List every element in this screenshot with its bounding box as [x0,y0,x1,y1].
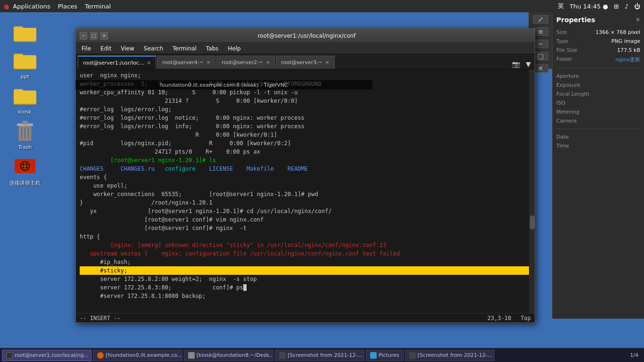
prop-camera: Camera [556,118,640,124]
new-tab-icon[interactable]: 📷 [510,60,522,68]
desktop-icon-ppt[interactable]: ppt [4,49,46,80]
ppt-label: ppt [21,74,29,80]
term-line-iphash: #ip_hash; [80,258,531,266]
tab-server3[interactable]: root@server3:~ ✕ [276,56,334,69]
menu-terminal[interactable]: Terminal [169,44,200,53]
prop-filesize: File Size 177.5 kB [556,47,640,53]
expand-icon-button[interactable]: ⤢ [533,15,548,24]
tab-server4-close[interactable]: ✕ [206,60,210,65]
restore-icon-button[interactable]: □ [533,52,548,60]
top-bar-right: 英 Thu 14:45 ● ⊞ ♪ ⏻ [558,2,640,10]
prop-camera-label: Camera [556,118,577,124]
prop-folder-value[interactable]: nginx更新 [616,56,641,63]
menu-edit[interactable]: Edit [97,44,115,53]
prop-size: Size 644 × 362 pixel [556,29,640,35]
term-line-4: 21314 ? S 0:00 [kworker/0:0] [80,97,531,105]
close-icon-button[interactable]: ✕ [533,64,548,73]
term-line-5: #error_log logs/error.log; [80,105,531,114]
clock: Thu 14:45 ● [570,3,608,10]
prop-type: Type PNG image [556,38,640,44]
power-icon[interactable]: ⏻ [634,3,640,10]
term-line-nginxt: [root@server1 conf]# nginx -t [80,224,531,232]
terminal-titlebar: ─ □ ✕ root@server1:/usr/local/nginx/conf [76,29,535,43]
tab-server4[interactable]: root@server4:~ ✕ [157,56,215,69]
taskbar-item-pictures[interactable]: Pictures [366,350,404,361]
taskbar-pictures-label: Pictures [379,352,399,358]
maximize-button[interactable]: □ [90,32,98,40]
minimize-icon-button[interactable]: ─ [533,40,548,48]
svg-rect-2 [14,28,36,41]
places-label: Places [58,3,77,10]
prop-type-value: PNG image [611,38,640,44]
tab-server2-close[interactable]: ✕ [266,60,270,65]
prop-aperture-label: Aperture [556,73,579,79]
menu-view[interactable]: View [117,44,138,53]
term-line-vim: [root@server1 conf]# vim nginx.conf [80,215,531,224]
terminal-menu[interactable]: Terminal [85,3,111,10]
tab-server3-label: root@server3:~ [281,59,322,66]
term-line-upstream: upstream westos { nginx: configuration f… [80,249,531,258]
desktop: ppt kiosk Trash [0,12,64,356]
term-line-events: events { [80,173,531,181]
term-line-http: http { [80,232,531,241]
term-line-epoll: use epoll; [80,181,531,190]
tab-server1-close[interactable]: ✕ [147,60,151,66]
top-bar: ● Applications Places Terminal 英 Thu 14:… [0,0,644,12]
prop-date: Date [556,134,640,140]
menu-search[interactable]: Search [140,44,167,53]
terminal-label: Terminal [85,3,111,10]
terminal-content[interactable]: user nginx nginx; worker_processes 2; ? … [76,69,535,313]
desktop-icon-kiosk[interactable]: kiosk [4,84,46,115]
places-menu[interactable]: Places [58,3,77,10]
minimize-button[interactable]: ─ [80,32,87,40]
menu-file[interactable]: File [78,44,95,53]
prop-aperture: Aperture [556,73,640,79]
taskbar-item-screenshot1[interactable]: [Screenshot from 2021-12-... [275,350,364,361]
menu-icon-button[interactable]: ≡ [533,27,548,36]
taskbar-files-icon [188,352,195,359]
prop-focal: Focal Length [556,91,640,97]
tab-server2[interactable]: root@server2:~ ✕ [216,56,275,69]
vnc-text: foundation0.ilt.example.com:8 (kiosk) - … [160,82,288,88]
tab-dropdown-icon[interactable]: ▼ [524,60,533,68]
taskbar-item-firefox[interactable]: [foundation0.ilt.example.co... [93,350,182,361]
menu-help[interactable]: Help [224,44,244,53]
tab-server4-label: root@server4:~ [162,59,204,66]
properties-close[interactable]: ✕ [636,16,640,23]
prop-metering-label: Metering [556,109,579,115]
prop-time-label: Time [556,143,569,149]
tab-server2-label: root@server2:~ [222,59,263,66]
language-indicator: 英 [558,2,564,10]
taskbar-files-label: [kiosk@foundation8:~/Desk... [197,352,273,358]
desktop-icon-connect[interactable]: ⊗ 连接讲师主机 [4,155,46,187]
term-line-emerg: [nginx: [emerg] unknown directive "stick… [80,241,531,249]
term-line-10: 24717 pts/0 R+ 0:00 ps ax [80,148,531,156]
taskbar-screenshot2-icon [409,352,416,359]
desktop-icon-folder-top[interactable] [4,22,46,44]
tab-server3-close[interactable]: ✕ [325,60,329,65]
term-line-close: } /root/nginx-1.20.1 [80,198,531,207]
term-line-6: #error_log logs/error.log notice; 0:00 n… [80,114,531,122]
terminal-window: ─ □ ✕ root@server1:/usr/local/nginx/conf… [75,28,535,323]
terminal-scrollbar[interactable] [529,69,535,313]
terminal-title: root@server1:/usr/local/nginx/conf [108,33,505,39]
applications-menu[interactable]: ● Applications [4,3,50,10]
kiosk-label: kiosk [18,109,32,115]
tab-server1[interactable]: root@server1:/usr/loc... ✕ [78,56,156,69]
taskbar-item-files[interactable]: [kiosk@foundation8:~/Desk... [184,350,273,361]
window-controls: ─ □ ✕ [80,32,108,40]
terminal-scroll-thumb[interactable] [530,215,535,230]
taskbar-item-screenshot2[interactable]: [Screenshot from 2021-12-... [405,350,495,361]
close-button[interactable]: ✕ [100,32,108,40]
terminal-statusbar: -- INSERT -- 23,3-10 Top [76,313,535,322]
desktop-icon-trash[interactable]: Trash [4,120,46,150]
taskbar-terminal-icon [6,352,13,359]
svg-rect-5 [14,55,36,68]
menu-tabs[interactable]: Tabs [202,44,223,53]
taskbar-pictures-icon [370,352,377,359]
volume-icon: ♪ [625,3,628,10]
top-bar-left: ● Applications Places Terminal [4,3,111,10]
term-line-12: CHANGES CHANGES.ru configure LICENSE Mak… [80,165,531,173]
taskbar-screenshot2-label: [Screenshot from 2021-12-... [418,352,493,358]
taskbar-item-terminal[interactable]: root@server1:/usr/local/ng... [2,350,91,361]
